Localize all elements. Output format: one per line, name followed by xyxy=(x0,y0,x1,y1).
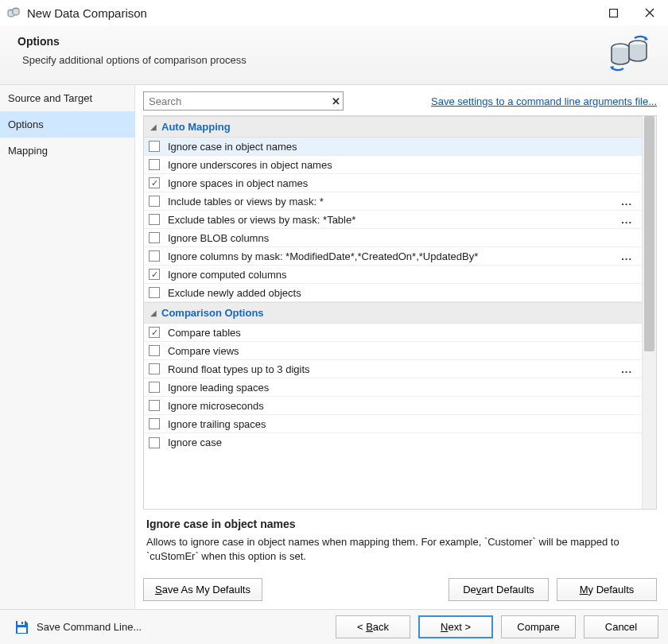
option-label: Ignore underscores in object names xyxy=(168,159,635,171)
option-row[interactable]: Ignore leading spaces xyxy=(144,378,642,397)
save-command-line-label: Save Command Line... xyxy=(37,621,142,633)
option-label: Ignore case xyxy=(168,436,635,448)
options-panel: ◢Auto MappingIgnore case in object names… xyxy=(143,115,657,510)
wizard-header: Options Specify additional options of co… xyxy=(0,25,668,85)
wizard-footer: Save Command Line... < Back Next > Compa… xyxy=(0,609,668,644)
svg-rect-2 xyxy=(609,9,617,17)
save-cmdline-link[interactable]: Save settings to a command line argument… xyxy=(431,95,657,107)
sidebar-item-options[interactable]: Options xyxy=(0,111,134,138)
option-row[interactable]: Ignore case in object names xyxy=(144,138,642,156)
option-label: Ignore leading spaces xyxy=(168,382,635,394)
save-as-my-defaults-button[interactable]: Save As My Defaults xyxy=(143,578,262,601)
group-header[interactable]: ◢Auto Mapping xyxy=(144,116,642,138)
option-label: Ignore columns by mask: *ModifiedDate*,*… xyxy=(168,250,618,262)
checkbox[interactable] xyxy=(149,418,160,429)
devart-defaults-button[interactable]: Devart Defaults xyxy=(449,578,549,601)
checkbox[interactable] xyxy=(149,141,160,152)
option-label: Round float types up to 3 digits xyxy=(168,363,618,375)
group-header[interactable]: ◢Comparison Options xyxy=(144,302,642,324)
checkbox[interactable] xyxy=(149,287,160,298)
title-bar: New Data Comparison xyxy=(0,0,668,25)
cancel-button[interactable]: Cancel xyxy=(584,615,658,638)
option-row[interactable]: Ignore microseconds xyxy=(144,397,642,415)
option-label: Ignore BLOB columns xyxy=(168,232,635,244)
option-row[interactable]: Exclude tables or views by mask: *Table*… xyxy=(144,211,642,229)
option-row[interactable]: ✓Ignore computed columns xyxy=(144,266,642,284)
description-panel: Ignore case in object names Allows to ig… xyxy=(143,510,657,570)
wizard-sidebar: Source and TargetOptionsMapping xyxy=(0,85,135,609)
description-body: Allows to ignore case in object names wh… xyxy=(146,535,654,564)
my-defaults-button[interactable]: My Defaults xyxy=(557,578,657,601)
page-title: Options xyxy=(17,35,606,48)
option-label: Exclude tables or views by mask: *Table* xyxy=(168,214,618,226)
checkbox[interactable] xyxy=(149,159,160,170)
header-database-icon xyxy=(606,35,651,73)
window-title: New Data Comparison xyxy=(27,6,606,20)
clear-search-icon[interactable]: ✕ xyxy=(328,95,343,107)
search-box[interactable]: ✕ xyxy=(143,91,344,111)
checkbox[interactable] xyxy=(149,382,160,393)
more-button[interactable]: ... xyxy=(618,363,635,375)
option-row[interactable]: ✓Compare tables xyxy=(144,324,642,342)
next-button[interactable]: Next > xyxy=(418,615,493,638)
option-row[interactable]: Ignore BLOB columns xyxy=(144,229,642,247)
sidebar-item-source-and-target[interactable]: Source and Target xyxy=(0,85,134,111)
option-row[interactable]: Ignore trailing spaces xyxy=(144,415,642,433)
option-label: Ignore computed columns xyxy=(168,269,635,281)
svg-rect-7 xyxy=(21,622,23,624)
option-label: Ignore microseconds xyxy=(168,400,635,412)
option-row[interactable]: Include tables or views by mask: *... xyxy=(144,192,642,211)
checkbox[interactable] xyxy=(149,345,160,356)
option-row[interactable]: ✓Ignore spaces in object names xyxy=(144,174,642,192)
page-subtitle: Specify additional options of comparison… xyxy=(17,54,606,66)
checkbox[interactable] xyxy=(149,196,160,207)
group-title: Auto Mapping xyxy=(161,121,231,133)
checkbox[interactable] xyxy=(149,437,160,448)
save-command-line-button[interactable]: Save Command Line... xyxy=(10,617,146,638)
app-icon xyxy=(6,6,21,20)
checkbox[interactable] xyxy=(149,400,160,411)
option-row[interactable]: Ignore underscores in object names xyxy=(144,156,642,174)
description-title: Ignore case in object names xyxy=(146,518,654,530)
scrollbar[interactable] xyxy=(642,116,656,509)
checkbox[interactable]: ✓ xyxy=(149,177,160,188)
group-title: Comparison Options xyxy=(161,307,264,319)
option-row[interactable]: Exclude newly added objects xyxy=(144,284,642,302)
more-button[interactable]: ... xyxy=(618,196,635,208)
scrollbar-thumb[interactable] xyxy=(644,116,654,351)
checkbox[interactable] xyxy=(149,363,160,374)
sidebar-item-mapping[interactable]: Mapping xyxy=(0,138,134,164)
compare-button[interactable]: Compare xyxy=(501,615,576,638)
option-label: Ignore case in object names xyxy=(168,141,635,153)
option-label: Compare views xyxy=(168,345,635,357)
option-row[interactable]: Compare views xyxy=(144,342,642,360)
option-row[interactable]: Ignore columns by mask: *ModifiedDate*,*… xyxy=(144,247,642,266)
checkbox[interactable] xyxy=(149,250,160,262)
checkbox[interactable] xyxy=(149,232,160,243)
save-icon xyxy=(14,620,29,634)
checkbox[interactable]: ✓ xyxy=(149,269,160,280)
option-label: Ignore trailing spaces xyxy=(168,418,635,430)
more-button[interactable]: ... xyxy=(618,214,635,226)
checkbox[interactable]: ✓ xyxy=(149,327,160,338)
checkbox[interactable] xyxy=(149,214,160,225)
more-button[interactable]: ... xyxy=(618,250,635,262)
svg-rect-6 xyxy=(17,627,26,633)
maximize-button[interactable] xyxy=(606,6,620,20)
option-label: Compare tables xyxy=(168,327,635,339)
back-button[interactable]: < Back xyxy=(336,615,410,638)
collapse-arrow-icon: ◢ xyxy=(150,122,157,131)
option-row[interactable]: Ignore case xyxy=(144,433,642,452)
option-label: Ignore spaces in object names xyxy=(168,177,635,189)
option-row[interactable]: Round float types up to 3 digits... xyxy=(144,360,642,378)
collapse-arrow-icon: ◢ xyxy=(150,308,157,317)
option-label: Include tables or views by mask: * xyxy=(168,196,618,208)
svg-rect-5 xyxy=(17,621,25,625)
search-input[interactable] xyxy=(144,93,328,110)
close-button[interactable] xyxy=(643,6,657,20)
option-label: Exclude newly added objects xyxy=(168,287,635,299)
